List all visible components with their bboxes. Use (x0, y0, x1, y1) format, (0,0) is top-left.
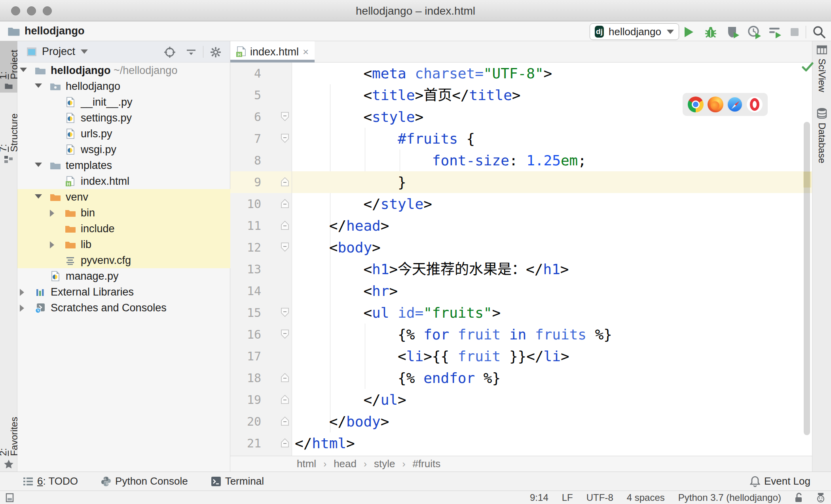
sidebar-item-sciview[interactable]: SciView (812, 45, 831, 92)
chevron-expanded-icon[interactable] (35, 83, 42, 88)
code-line-7[interactable]: 7 #fruits { (230, 128, 812, 150)
breadcrumb-item-head[interactable]: head (334, 458, 357, 470)
chevron-expanded-icon[interactable] (35, 194, 42, 199)
fold-marker-down[interactable] (261, 106, 292, 128)
fold-marker-down[interactable] (261, 128, 292, 150)
project-view-selector[interactable]: Project (26, 45, 88, 58)
tree-row-hellodjango[interactable]: hellodjango ~/hellodjango (17, 63, 230, 78)
code-line-13[interactable]: 13 <h1>今天推荐的水果是：</h1> (230, 258, 812, 280)
chevron-expanded-icon[interactable] (20, 68, 27, 72)
code-line-12[interactable]: 12 <body> (230, 237, 812, 258)
code-line-16[interactable]: 16 {% for fruit in fruits %} (230, 324, 812, 345)
status-file-encoding[interactable]: UTF-8 (586, 492, 613, 503)
python-console-tool-button[interactable]: Python Console (101, 475, 188, 487)
code-line-8[interactable]: 8 font-size: 1.25em; (230, 150, 812, 171)
tree-row-bin[interactable]: bin (17, 205, 230, 221)
fold-marker-up[interactable] (261, 389, 292, 411)
tree-row-lib[interactable]: lib (17, 237, 230, 252)
run-with-options-button[interactable] (768, 25, 782, 39)
tab-close-icon[interactable]: × (303, 47, 309, 57)
tree-row-manage-py[interactable]: manage.py (17, 268, 230, 284)
chevron-collapsed-icon[interactable] (50, 241, 54, 248)
breadcrumb-item-html[interactable]: html (297, 458, 316, 470)
fold-marker-up[interactable] (261, 215, 292, 237)
debug-button[interactable] (704, 25, 718, 39)
tree-row-pyvenv-cfg[interactable]: pyvenv.cfg (17, 252, 230, 268)
unlocked-padlock-icon[interactable] (795, 493, 803, 503)
chevron-collapsed-icon[interactable] (20, 289, 24, 296)
inspections-ok-icon[interactable] (802, 62, 814, 72)
run-configuration-selector[interactable]: dj hellodjango (590, 23, 679, 40)
profiler-button[interactable] (747, 25, 761, 39)
tree-row-hellodjango[interactable]: hellodjango (17, 78, 230, 94)
search-everywhere-icon[interactable] (812, 25, 826, 39)
breadcrumb[interactable]: hellodjango (8, 25, 85, 37)
tree-row-include[interactable]: include (17, 221, 230, 237)
chevron-collapsed-icon[interactable] (20, 305, 24, 312)
code-line-18[interactable]: 18 {% endfor %} (230, 367, 812, 389)
fold-marker-down[interactable] (261, 302, 292, 324)
stop-button[interactable] (787, 25, 802, 39)
code-line-17[interactable]: 17 <li>{{ fruit }}</li> (230, 345, 812, 367)
tree-row-venv[interactable]: venv (17, 189, 230, 205)
chrome-browser-icon[interactable] (688, 97, 704, 112)
locate-file-icon[interactable] (164, 46, 176, 58)
bottom-tool-bar: 6: TODO Python Console Terminal Event Lo… (0, 472, 831, 491)
code-line-10[interactable]: 10 </style> (230, 193, 812, 215)
todo-tool-button[interactable]: 6: TODO (23, 475, 78, 487)
run-button[interactable] (681, 25, 696, 39)
firefox-browser-icon[interactable] (708, 97, 723, 112)
code-line-21[interactable]: 21</html> (230, 432, 812, 454)
code-line-19[interactable]: 19 </ul> (230, 389, 812, 411)
code-line-9[interactable]: 9 } (230, 171, 812, 193)
status-interpreter[interactable]: Python 3.7 (hellodjango) (678, 492, 781, 503)
status-line-ending[interactable]: LF (562, 492, 573, 503)
code-line-20[interactable]: 20 </body> (230, 411, 812, 432)
tree-row-urls-py[interactable]: urls.py (17, 126, 230, 142)
tree-row-wsgi-py[interactable]: wsgi.py (17, 142, 230, 157)
editor-scrollbar[interactable] (804, 122, 810, 435)
tree-row-templates[interactable]: templates (17, 157, 230, 173)
breadcrumb-item-fruits[interactable]: #fruits (412, 458, 440, 470)
code-line-15[interactable]: 15 <ul id="fruits"> (230, 302, 812, 324)
sidebar-item-structure[interactable]: 7: Structure (0, 100, 17, 167)
safari-browser-icon[interactable] (727, 97, 743, 112)
code-editor[interactable]: 4 <meta charset="UTF-8">5 <title>首页</tit… (230, 63, 812, 456)
fold-marker-down[interactable] (261, 237, 292, 258)
code-text: #fruits { (292, 128, 475, 150)
event-log-button[interactable]: Event Log (750, 475, 810, 487)
code-line-14[interactable]: 14 <hr> (230, 280, 812, 302)
gear-icon[interactable] (210, 46, 222, 58)
code-line-4[interactable]: 4 <meta charset="UTF-8"> (230, 63, 812, 84)
opera-browser-icon[interactable] (747, 97, 763, 112)
tree-row--init-py[interactable]: __init__.py (17, 94, 230, 110)
tree-row-index-html[interactable]: Hindex.html (17, 173, 230, 189)
status-indent-setting[interactable]: 4 spaces (627, 492, 665, 503)
status-caret-position[interactable]: 9:14 (530, 492, 548, 503)
breadcrumb-item-style[interactable]: style (374, 458, 395, 470)
code-text: {% endfor %} (292, 367, 501, 389)
fold-marker-down[interactable] (261, 324, 292, 345)
collapse-all-icon[interactable] (185, 46, 197, 58)
fold-marker-up[interactable] (261, 367, 292, 389)
fold-marker-up[interactable] (261, 193, 292, 215)
tab-index-html[interactable]: H index.html × (230, 41, 315, 63)
fold-marker-up[interactable] (261, 171, 292, 193)
code-text: <hr> (292, 280, 398, 302)
tree-row-external-libraries[interactable]: External Libraries (17, 284, 230, 300)
fold-marker-up[interactable] (261, 432, 292, 454)
highlighting-level-icon[interactable] (816, 493, 825, 503)
sidebar-item-favorites[interactable]: 2: Favorites (0, 404, 17, 472)
tree-row-scratches-and-consoles[interactable]: Scratches and Consoles (17, 300, 230, 316)
run-with-coverage-button[interactable] (726, 25, 740, 39)
sidebar-item-database[interactable]: Database (812, 108, 831, 163)
chevron-collapsed-icon[interactable] (50, 210, 54, 217)
terminal-tool-button[interactable]: Terminal (211, 475, 264, 487)
fold-marker-up[interactable] (261, 411, 292, 432)
code-text: </ul> (292, 389, 406, 411)
tree-row-settings-py[interactable]: settings.py (17, 110, 230, 126)
sidebar-item-project[interactable]: 1: Project (0, 41, 17, 93)
tool-window-toggle-icon[interactable] (6, 493, 15, 502)
code-line-11[interactable]: 11 </head> (230, 215, 812, 237)
chevron-expanded-icon[interactable] (35, 163, 42, 167)
